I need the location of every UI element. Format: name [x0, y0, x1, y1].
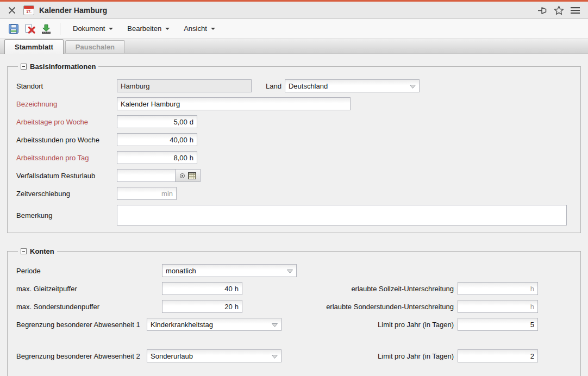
abwesenheit-1-dropdown[interactable]: Kinderkrankheitstag	[147, 318, 282, 331]
sollzeit-group: erlaubte Sollzeit-Unterschreitung h	[351, 282, 538, 295]
close-icon	[8, 6, 16, 15]
row-zeitverschiebung: Zeitverschiebung min	[16, 187, 572, 200]
gleitzeitpuffer-value: 40	[224, 285, 232, 293]
standort-field: Hamburg	[117, 79, 252, 92]
row-abwesenheit-2: Begrenzung besonderer Abwesenheit 2 Sond…	[16, 349, 572, 376]
row-arbeitstage-woche: Arbeitstage pro Woche 5,00 d	[16, 115, 572, 128]
collapse-icon[interactable]	[21, 248, 27, 254]
section-konten-header: Konten	[18, 247, 57, 255]
dropdown-arrow-icon	[409, 84, 416, 89]
limit-2-input[interactable]: 2	[458, 349, 538, 362]
land-value: Deutschland	[289, 82, 328, 90]
discard-button[interactable]	[22, 21, 38, 36]
dropdown-arrow-icon	[286, 269, 293, 274]
row-bezeichnung: Bezeichnung Kalender Hamburg	[16, 97, 572, 110]
arbeitsstunden-woche-input[interactable]: 40,00 h	[117, 133, 197, 146]
limit-2-label: Limit pro Jahr (in Tagen)	[378, 352, 454, 360]
gleitzeitpuffer-input[interactable]: 40 h	[162, 282, 242, 295]
limit-2-group: Limit pro Jahr (in Tagen) 2	[378, 349, 538, 362]
save-button[interactable]	[5, 21, 22, 36]
toolbar-separator	[60, 23, 60, 35]
save-icon	[8, 23, 19, 34]
bemerkung-textarea[interactable]	[117, 205, 567, 225]
hamburger-menu-icon	[570, 7, 580, 14]
sonderstunden-label: erlaubte Sonderstunden-Unterschreitung	[326, 303, 454, 311]
menu-bearbeiten-label: Bearbeiten	[127, 24, 161, 33]
zeitverschiebung-label: Zeitverschiebung	[16, 190, 117, 198]
pin-icon	[536, 5, 548, 16]
sonderstunden-input[interactable]: h	[458, 300, 538, 313]
sonderstundenpuffer-unit: h	[235, 303, 239, 311]
bemerkung-label: Bemerkung	[16, 211, 117, 220]
land-dropdown[interactable]: Deutschland	[285, 79, 420, 92]
row-sonderstundenpuffer: max. Sonderstundenpuffer 20 h erlaubte S…	[16, 300, 572, 313]
zeitverschiebung-input[interactable]: min	[117, 187, 177, 200]
row-verfallsdatum: Verfallsdatum Resturlaub	[16, 169, 572, 182]
menu-bearbeiten[interactable]: Bearbeiten	[120, 22, 177, 36]
verfallsdatum-input[interactable]	[117, 170, 175, 181]
chevron-down-icon	[165, 28, 170, 30]
favorite-button[interactable]	[554, 5, 564, 15]
chevron-down-icon	[211, 28, 215, 30]
abwesenheit-2-value: Sonderurlaub	[151, 352, 193, 360]
sonderstundenpuffer-input[interactable]: 20 h	[162, 300, 242, 313]
section-konten: Konten Periode monatlich max. Gleitzeitp…	[7, 247, 581, 376]
arbeitsstunden-woche-unit: h	[190, 136, 193, 144]
radio-button-icon	[180, 173, 185, 178]
pin-button[interactable]	[536, 5, 548, 16]
arbeitsstunden-tag-input[interactable]: 8,00 h	[117, 151, 197, 164]
date-picker-button[interactable]	[175, 170, 200, 181]
arbeitsstunden-tag-label: Arbeitsstunden pro Tag	[16, 154, 117, 162]
calendar-picker-icon	[188, 172, 196, 179]
standort-label: Standort	[16, 82, 117, 90]
tab-pauschalen[interactable]: Pauschalen	[65, 40, 125, 53]
collapse-icon[interactable]	[21, 64, 27, 70]
row-periode: Periode monatlich	[16, 264, 572, 277]
arbeitstage-woche-label: Arbeitstage pro Woche	[16, 118, 117, 126]
abwesenheit-1-value: Kinderkrankheitstag	[151, 321, 213, 329]
menu-ansicht-label: Ansicht	[184, 24, 207, 33]
import-button[interactable]	[38, 21, 54, 36]
section-title: Basisinformationen	[30, 62, 96, 71]
bezeichnung-input[interactable]: Kalender Hamburg	[117, 97, 351, 110]
close-button[interactable]	[8, 6, 16, 15]
tab-stammblatt[interactable]: Stammblatt	[4, 39, 64, 54]
verfallsdatum-date-control	[117, 169, 201, 182]
bezeichnung-label: Bezeichnung	[16, 100, 117, 108]
section-title: Konten	[30, 247, 54, 255]
calendar-icon-day: 17.	[24, 9, 34, 14]
arbeitsstunden-woche-value: 40,00	[170, 136, 187, 144]
window-menu-button[interactable]	[570, 7, 580, 14]
star-icon	[554, 5, 564, 15]
dropdown-arrow-icon	[271, 323, 278, 328]
sonderstundenpuffer-value: 20	[224, 303, 232, 311]
sollzeit-input[interactable]: h	[458, 282, 538, 295]
discard-icon	[24, 23, 36, 34]
abwesenheit-2-dropdown[interactable]: Sonderurlaub	[147, 349, 282, 362]
row-abwesenheit-1: Begrenzung besonderer Abwesenheit 1 Kind…	[16, 318, 572, 344]
calendar-icon: 17.	[23, 5, 34, 15]
menu-dokument[interactable]: Dokument	[66, 22, 120, 36]
arbeitstage-woche-input[interactable]: 5,00 d	[117, 115, 197, 128]
gleitzeitpuffer-label: max. Gleitzeitpuffer	[16, 285, 162, 293]
abwesenheit-1-label: Begrenzung besonderer Abwesenheit 1	[16, 318, 147, 331]
menu-ansicht[interactable]: Ansicht	[177, 22, 222, 36]
menu-dokument-label: Dokument	[73, 24, 105, 33]
verfallsdatum-label: Verfallsdatum Resturlaub	[16, 172, 117, 180]
arbeitstage-woche-unit: d	[190, 118, 193, 126]
row-bemerkung: Bemerkung	[16, 205, 572, 225]
application-window: 17. Kalender Hamburg Dokument	[0, 0, 588, 376]
limit-1-group: Limit pro Jahr (in Tagen) 5	[378, 318, 538, 331]
row-gleitzeitpuffer: max. Gleitzeitpuffer 40 h erlaubte Sollz…	[16, 282, 572, 295]
limit-1-input[interactable]: 5	[458, 318, 538, 331]
sonderstunden-group: erlaubte Sonderstunden-Unterschreitung h	[326, 300, 538, 313]
arbeitstage-woche-value: 5,00	[173, 118, 187, 126]
section-basisinformationen: Basisinformationen Standort Hamburg Land…	[7, 62, 581, 233]
tab-strip: Stammblatt Pauschalen	[0, 39, 588, 54]
toolbar: Dokument Bearbeiten Ansicht	[0, 19, 588, 39]
periode-dropdown[interactable]: monatlich	[162, 264, 297, 277]
tab-stammblatt-label: Stammblatt	[15, 43, 53, 51]
abwesenheit-2-label: Begrenzung besonderer Abwesenheit 2	[16, 349, 147, 363]
sollzeit-label: erlaubte Sollzeit-Unterschreitung	[351, 285, 454, 293]
dropdown-arrow-icon	[271, 354, 278, 359]
